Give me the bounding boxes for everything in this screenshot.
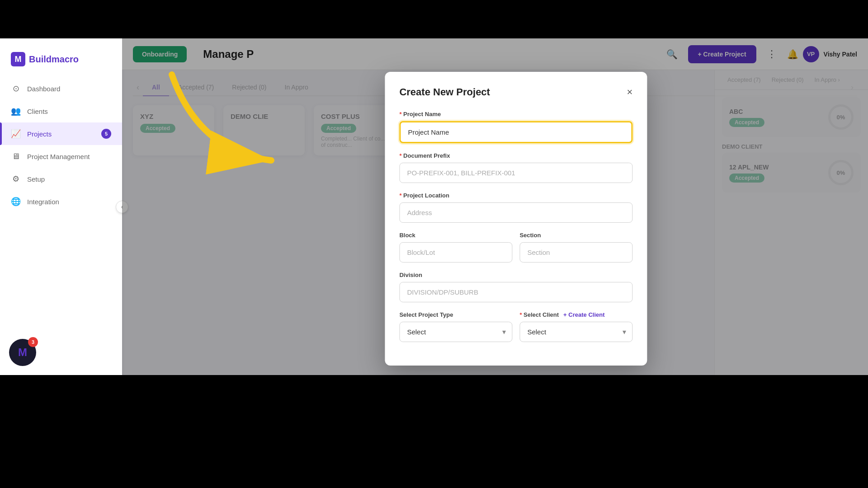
project-name-input[interactable] xyxy=(399,121,632,143)
create-client-link[interactable]: + Create Client xyxy=(563,311,604,318)
section-input[interactable] xyxy=(519,242,632,263)
block-section-row: Block Section xyxy=(399,232,632,272)
project-type-select-wrapper: Select ▾ xyxy=(399,322,512,342)
client-label-row: * Select Client + Create Client xyxy=(519,311,632,318)
select-client-select-wrapper: Select ▾ xyxy=(519,322,632,342)
sidebar-item-project-management[interactable]: 🖥 Project Management xyxy=(0,145,122,168)
bottom-notification-badge: 3 xyxy=(28,337,38,347)
sidebar-item-clients[interactable]: 👥 Clients xyxy=(0,100,122,122)
logo-icon: M xyxy=(11,52,25,66)
clients-icon: 👥 xyxy=(11,106,21,116)
dashboard-icon: ⊙ xyxy=(11,84,21,94)
block-input[interactable] xyxy=(399,242,512,263)
select-client-select[interactable]: Select xyxy=(519,322,632,342)
sidebar-item-projects[interactable]: 📈 Projects 5 xyxy=(0,122,122,145)
bottom-logo-area: M 3 xyxy=(9,339,36,366)
sidebar-item-label: Dashboard xyxy=(27,85,60,93)
projects-icon: 📈 xyxy=(11,129,21,139)
sidebar-logo: M Buildmacro xyxy=(0,47,122,77)
bottom-badge-icon: M xyxy=(18,346,27,359)
project-name-field-group: * Project Name xyxy=(399,111,632,143)
sidebar-item-label: Project Management xyxy=(27,153,90,160)
project-type-select[interactable]: Select xyxy=(399,322,512,342)
document-prefix-label: * Document Prefix xyxy=(399,152,632,159)
block-label: Block xyxy=(399,232,512,239)
sidebar-item-label: Clients xyxy=(27,108,48,115)
sidebar-item-integration[interactable]: 🌐 Integration xyxy=(0,190,122,213)
projects-badge: 5 xyxy=(101,129,111,139)
create-project-modal: Create New Project × * Project Name * Do… xyxy=(385,72,647,366)
sidebar: M Buildmacro ⊙ Dashboard 👥 Clients 📈 Pro… xyxy=(0,38,122,375)
sidebar-item-dashboard[interactable]: ⊙ Dashboard xyxy=(0,77,122,100)
modal-close-button[interactable]: × xyxy=(627,87,633,97)
project-management-icon: 🖥 xyxy=(11,151,21,161)
project-location-label: * Project Location xyxy=(399,192,632,199)
modal-title: Create New Project xyxy=(399,86,490,98)
project-name-label: * Project Name xyxy=(399,111,632,117)
sidebar-item-label: Integration xyxy=(27,198,59,206)
sidebar-item-label: Setup xyxy=(27,175,45,183)
block-field-group: Block xyxy=(399,232,512,263)
integration-icon: 🌐 xyxy=(11,197,21,206)
section-field-group: Section xyxy=(519,232,632,263)
document-prefix-field-group: * Document Prefix xyxy=(399,152,632,183)
project-type-field-group: Select Project Type Select ▾ xyxy=(399,311,512,342)
section-label: Section xyxy=(519,232,632,239)
sidebar-item-setup[interactable]: ⚙ Setup xyxy=(0,168,122,190)
app-name: Buildmacro xyxy=(29,54,79,65)
division-label: Division xyxy=(399,272,632,278)
sidebar-nav: ⊙ Dashboard 👥 Clients 📈 Projects 5 🖥 Pro… xyxy=(0,77,122,213)
project-type-label: Select Project Type xyxy=(399,311,512,318)
select-client-field-group: * Select Client + Create Client Select ▾ xyxy=(519,311,632,342)
project-location-field-group: * Project Location xyxy=(399,192,632,223)
select-client-label: * Select Client xyxy=(519,311,559,318)
type-client-row: Select Project Type Select ▾ * Select Cl… xyxy=(399,311,632,351)
modal-header: Create New Project × xyxy=(399,86,632,98)
document-prefix-input[interactable] xyxy=(399,163,632,183)
sidebar-item-label: Projects xyxy=(27,130,52,138)
setup-icon: ⚙ xyxy=(11,174,21,184)
division-field-group: Division xyxy=(399,272,632,302)
project-location-input[interactable] xyxy=(399,202,632,223)
division-input[interactable] xyxy=(399,282,632,302)
